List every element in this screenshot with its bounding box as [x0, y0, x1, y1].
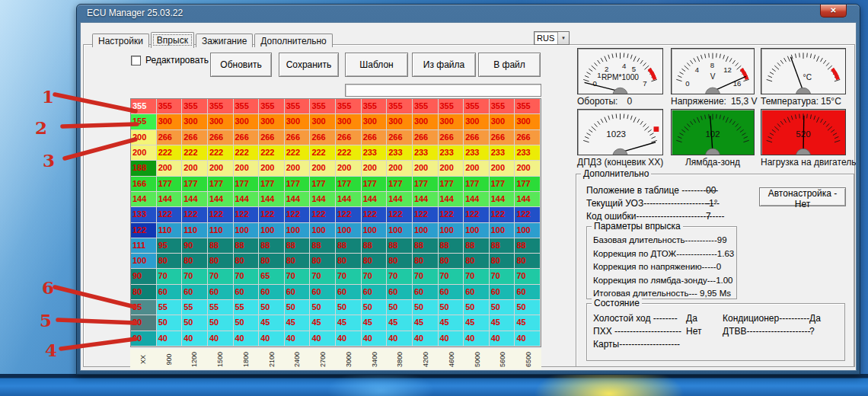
map-cell[interactable]: 144	[439, 192, 464, 207]
map-cell[interactable]: 70	[439, 269, 464, 284]
map-cell[interactable]: 300	[464, 114, 490, 129]
map-cell[interactable]: 300	[439, 114, 464, 129]
tab-vprysk[interactable]: Впрыск	[151, 32, 194, 48]
map-cell[interactable]: 88	[413, 238, 439, 254]
map-cell[interactable]: 50	[336, 300, 362, 315]
map-cell[interactable]: 60	[310, 285, 336, 300]
map-cell[interactable]: 100	[259, 223, 285, 238]
map-cell[interactable]: 45	[464, 315, 490, 331]
map-cell[interactable]: 144	[413, 192, 439, 207]
map-cell[interactable]: 80	[439, 254, 464, 269]
map-cell[interactable]: 266	[234, 130, 260, 145]
map-cell[interactable]: 300	[490, 114, 515, 129]
map-cell[interactable]: 233	[515, 145, 541, 161]
map-cell[interactable]: 111	[131, 238, 157, 254]
language-select[interactable]: RUS ▼	[534, 31, 570, 45]
map-cell[interactable]: 355	[439, 99, 464, 114]
map-cell[interactable]: 80	[157, 254, 183, 269]
map-cell[interactable]: 300	[362, 114, 388, 129]
map-cell[interactable]: 144	[259, 192, 285, 207]
map-cell[interactable]: 144	[336, 192, 362, 207]
map-cell[interactable]: 300	[208, 114, 234, 129]
map-cell[interactable]: 40	[157, 331, 183, 346]
map-cell[interactable]: 40	[439, 331, 464, 346]
map-cell[interactable]: 45	[413, 315, 439, 331]
map-cell[interactable]: 177	[182, 177, 208, 192]
map-cell[interactable]: 45	[362, 315, 388, 331]
map-cell[interactable]: 233	[413, 145, 439, 161]
edit-checkbox[interactable]	[131, 56, 141, 65]
map-cell[interactable]: 177	[285, 177, 311, 192]
map-cell[interactable]: 40	[285, 331, 311, 346]
map-cell[interactable]: 300	[413, 114, 439, 129]
map-cell[interactable]: 266	[310, 130, 336, 145]
map-cell[interactable]: 88	[310, 238, 336, 254]
map-cell[interactable]: 122	[490, 207, 515, 222]
map-cell[interactable]: 233	[490, 145, 515, 161]
map-cell[interactable]: 200	[259, 161, 285, 176]
map-cell[interactable]: 80	[464, 254, 490, 269]
map-cell[interactable]: 60	[208, 285, 234, 300]
map-cell[interactable]: 100	[285, 223, 311, 238]
map-cell[interactable]: 60	[285, 285, 311, 300]
map-cell[interactable]: 50	[208, 315, 234, 331]
map-cell[interactable]: 100	[336, 223, 362, 238]
map-cell[interactable]: 266	[387, 130, 413, 145]
map-cell[interactable]: 122	[157, 207, 183, 222]
map-cell[interactable]: 222	[285, 145, 311, 161]
map-cell[interactable]: 188	[131, 161, 157, 176]
map-cell[interactable]: 144	[362, 192, 388, 207]
map-cell[interactable]: 355	[131, 99, 157, 114]
map-cell[interactable]: 222	[336, 145, 362, 161]
map-cell[interactable]: 200	[387, 161, 413, 176]
map-cell[interactable]: 222	[234, 145, 260, 161]
map-cell[interactable]: 122	[310, 207, 336, 222]
map-cell[interactable]: 100	[464, 223, 490, 238]
map-cell[interactable]: 70	[182, 269, 208, 284]
map-cell[interactable]: 95	[157, 238, 183, 254]
map-cell[interactable]: 300	[336, 114, 362, 129]
map-cell[interactable]: 122	[387, 207, 413, 222]
map-cell[interactable]: 60	[439, 285, 464, 300]
map-cell[interactable]: 222	[208, 145, 234, 161]
map-cell[interactable]: 144	[131, 192, 157, 207]
map-cell[interactable]: 122	[259, 207, 285, 222]
map-cell[interactable]: 300	[285, 114, 311, 129]
map-cell[interactable]: 300	[234, 114, 260, 129]
map-cell[interactable]: 90	[182, 238, 208, 254]
map-cell[interactable]: 45	[336, 315, 362, 331]
map-cell[interactable]: 55	[157, 300, 183, 315]
map-cell[interactable]: 40	[464, 331, 490, 346]
map-cell[interactable]: 110	[208, 223, 234, 238]
map-cell[interactable]: 50	[413, 300, 439, 315]
map-cell[interactable]: 144	[182, 192, 208, 207]
combo-dropdown-button[interactable]: ▼	[557, 32, 569, 44]
map-cell[interactable]: 122	[362, 207, 388, 222]
map-cell[interactable]: 266	[439, 130, 464, 145]
map-cell[interactable]: 100	[413, 223, 439, 238]
map-cell[interactable]: 144	[234, 192, 260, 207]
map-cell[interactable]: 60	[490, 285, 515, 300]
map-cell[interactable]: 80	[515, 254, 541, 269]
map-cell[interactable]: 266	[464, 130, 490, 145]
map-cell[interactable]: 50	[234, 315, 260, 331]
map-cell[interactable]: 122	[182, 207, 208, 222]
tab-zazhiganie[interactable]: Зажигание	[196, 34, 253, 47]
map-cell[interactable]: 45	[515, 315, 541, 331]
map-cell[interactable]: 200	[285, 161, 311, 176]
map-cell[interactable]: 100	[131, 254, 157, 269]
map-cell[interactable]: 60	[157, 285, 183, 300]
map-cell[interactable]: 50	[515, 300, 541, 315]
map-cell[interactable]: 177	[336, 177, 362, 192]
map-cell[interactable]: 60	[387, 285, 413, 300]
map-cell[interactable]: 177	[208, 177, 234, 192]
map-cell[interactable]: 50	[182, 315, 208, 331]
map-cell[interactable]: 60	[413, 285, 439, 300]
map-cell[interactable]: 45	[387, 315, 413, 331]
map-cell[interactable]: 55	[234, 300, 260, 315]
map-cell[interactable]: 144	[515, 192, 541, 207]
map-cell[interactable]: 40	[413, 331, 439, 346]
map-cell[interactable]: 88	[234, 238, 260, 254]
map-cell[interactable]: 100	[234, 223, 260, 238]
map-cell[interactable]: 200	[464, 161, 490, 176]
